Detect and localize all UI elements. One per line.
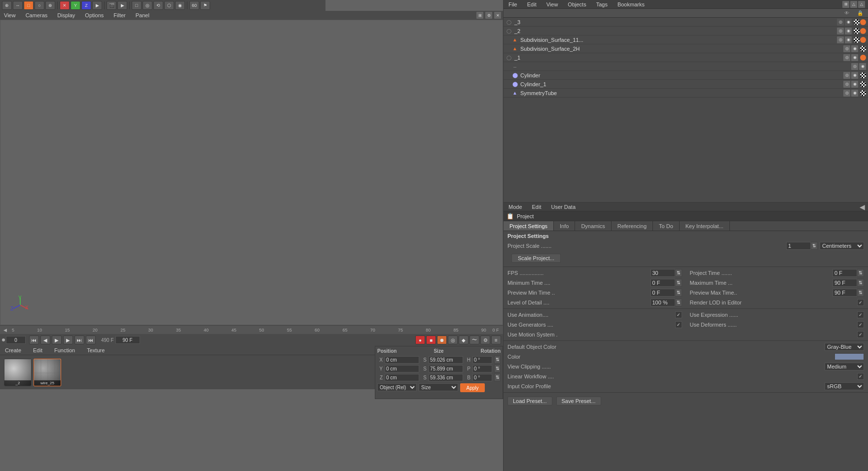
coord-rot-b[interactable] <box>472 374 492 381</box>
mat-dot-3a[interactable] <box>854 19 860 25</box>
attr-usegen-checkbox[interactable] <box>675 321 682 328</box>
attr-ptime-input[interactable] <box>832 269 857 277</box>
obj-panel-icon-3[interactable]: △ <box>858 1 865 8</box>
mat-dot-2a[interactable] <box>854 28 860 34</box>
obj-vis-icon-s2ha[interactable]: ◎ <box>843 45 850 52</box>
obj-row-3[interactable]: ◯ _3 ◎ ◉ <box>504 18 868 27</box>
attr-maxtime-spinner[interactable]: ⇅ <box>857 279 864 287</box>
attr-objcolor-dropdown[interactable]: Gray-Blue White Black <box>825 343 864 351</box>
transport-prev-frame[interactable]: ◀ <box>40 336 50 344</box>
coord-size-x[interactable] <box>429 356 463 364</box>
transport-indicator[interactable] <box>2 338 5 341</box>
transport-settings-btn[interactable]: ⚙ <box>480 336 490 344</box>
obj-vis-icon-s11b[interactable]: ◉ <box>845 36 852 43</box>
transport-prev-key[interactable]: ⏮ <box>29 336 39 344</box>
toolbar-btn-move[interactable]: ↔ <box>13 1 23 10</box>
menu-filter[interactable]: Filter <box>111 12 127 18</box>
coord-mode-dropdown[interactable]: Object (Rel) World <box>377 383 417 391</box>
attr-renderlod-checkbox[interactable] <box>857 299 864 306</box>
toolbar-btn-spline[interactable]: ⟲ <box>153 1 163 10</box>
attr-color-swatch[interactable] <box>834 353 864 360</box>
tab-dynamics[interactable]: Dynamics <box>575 221 611 231</box>
coord-rot-p-spinner[interactable]: ⇅ <box>494 365 501 372</box>
load-preset-button[interactable]: Load Preset... <box>507 397 552 405</box>
obj-row-2[interactable]: ◯ _2 ◎ ◉ <box>504 27 868 35</box>
toolbar-btn-rotate[interactable]: ○ <box>35 1 44 10</box>
scale-project-button[interactable]: Scale Project... <box>511 254 561 263</box>
mat-dot-s2h[interactable] <box>860 46 866 52</box>
attr-fps-input[interactable] <box>651 269 675 277</box>
transport-onion-btn[interactable]: ◎ <box>448 336 458 344</box>
obj-vis-icon-stb[interactable]: ◉ <box>851 90 858 97</box>
obj-vis-icon-c1b[interactable]: ◉ <box>851 81 858 88</box>
mat-dot-2b[interactable] <box>860 28 866 34</box>
toolbar-btn-play[interactable]: ▶ <box>92 1 102 10</box>
toolbar-btn-nurbs[interactable]: ⬡ <box>164 1 174 10</box>
toolbar-btn-flag[interactable]: ⚑ <box>200 1 210 10</box>
attr-ptime-spinner[interactable]: ⇅ <box>857 269 864 277</box>
transport-next-frame[interactable]: ▶ <box>63 336 73 344</box>
viewport-icon-close[interactable]: ✕ <box>494 12 501 19</box>
coord-size-mode-dropdown[interactable]: Size Scale <box>419 383 458 391</box>
attr-menu-edit[interactable]: Edit <box>530 204 543 210</box>
obj-vis-icon-3a[interactable]: ◎ <box>837 19 844 26</box>
coord-size-y[interactable] <box>429 365 463 372</box>
obj-row-subdiv11[interactable]: ▲ Subdivision_Surface_11... ◎ ◉ <box>504 35 868 44</box>
toolbar-btn-x[interactable]: ✕ <box>60 1 70 10</box>
timeline[interactable]: ◀ 5 10 15 20 25 30 35 40 45 50 55 60 65 … <box>0 325 503 334</box>
obj-vis-icon-3b[interactable]: ◉ <box>845 19 852 26</box>
attr-prevmax-spinner[interactable]: ⇅ <box>857 289 864 297</box>
attr-mintime-spinner[interactable]: ⇅ <box>675 279 682 287</box>
obj-vis-icon-s2hb[interactable]: ◉ <box>851 45 858 52</box>
obj-vis-icon-sta[interactable]: ◎ <box>843 90 850 97</box>
mat-dot-1[interactable] <box>860 55 866 61</box>
bottom-menu-function[interactable]: Function <box>52 347 77 353</box>
toolbar-btn-new[interactable]: ⊕ <box>2 1 12 10</box>
obj-row-1[interactable]: ◯ _1 ◎ ◉ <box>504 53 868 62</box>
attr-menu-userdata[interactable]: User Data <box>549 204 578 210</box>
coord-pos-y[interactable] <box>385 365 419 372</box>
attr-panel-collapse[interactable]: ◀ <box>860 203 865 211</box>
coord-rot-p[interactable] <box>472 365 492 372</box>
obj-vis-icon-2b[interactable]: ◉ <box>845 28 852 34</box>
transport-next-key[interactable]: ⏭ <box>74 336 84 344</box>
mat-dot-cyl[interactable] <box>860 72 866 78</box>
toolbar-btn-z[interactable]: Z <box>81 1 91 10</box>
toolbar-btn-deform[interactable]: ◉ <box>175 1 185 10</box>
tab-info[interactable]: Info <box>554 221 575 231</box>
main-viewport[interactable]: X Y Z <box>0 20 503 325</box>
coord-rot-h[interactable] <box>472 356 492 364</box>
obj-menu-tags[interactable]: Tags <box>594 1 610 7</box>
attr-useanim-checkbox[interactable] <box>675 311 682 318</box>
menu-display[interactable]: Display <box>55 12 77 18</box>
attr-colorprofile-dropdown[interactable]: sRGB Linear <box>825 382 864 390</box>
tab-referencing[interactable]: Referencing <box>612 221 653 231</box>
obj-menu-objects[interactable]: Objects <box>566 1 588 7</box>
tab-todo[interactable]: To Do <box>653 221 680 231</box>
timeline-ruler[interactable]: 5 10 15 20 25 30 35 40 45 50 55 60 65 70… <box>10 326 488 334</box>
viewport-icon-maximize[interactable]: ⊞ <box>476 12 483 19</box>
bottom-menu-create[interactable]: Create <box>3 347 23 353</box>
menu-cameras[interactable]: Cameras <box>24 12 50 18</box>
attr-mintime-input[interactable] <box>651 279 675 287</box>
toolbar-btn-add[interactable]: ⊕ <box>45 1 55 10</box>
attr-usedef-checkbox[interactable] <box>857 321 864 328</box>
toolbar-btn-film[interactable]: 🎬 <box>107 1 116 10</box>
obj-vis-icon-1b[interactable]: ◉ <box>851 54 858 61</box>
obj-menu-bookmarks[interactable]: Bookmarks <box>615 1 647 7</box>
coord-size-z[interactable] <box>429 374 463 381</box>
attr-scale-spinner[interactable]: ⇅ <box>811 242 818 250</box>
transport-record-btn[interactable]: ● <box>415 336 425 344</box>
obj-menu-view[interactable]: View <box>544 1 560 7</box>
tab-key-interpolat[interactable]: Key Interpolat... <box>680 221 730 231</box>
menu-view[interactable]: View <box>2 12 18 18</box>
transport-curve-btn[interactable]: 〜 <box>470 336 479 344</box>
transport-motion-btn[interactable]: ⏺ <box>437 336 447 344</box>
material-thumb-1[interactable]: wire_25 <box>34 359 61 386</box>
toolbar-btn-y[interactable]: Y <box>71 1 80 10</box>
attr-viewclip-dropdown[interactable]: Medium Small Large <box>825 363 864 370</box>
transport-frame-input[interactable] <box>6 336 26 344</box>
attr-menu-mode[interactable]: Mode <box>506 204 524 210</box>
obj-vis-icon-1a[interactable]: ◎ <box>843 54 850 61</box>
transport-play[interactable]: ▶ <box>52 336 62 344</box>
